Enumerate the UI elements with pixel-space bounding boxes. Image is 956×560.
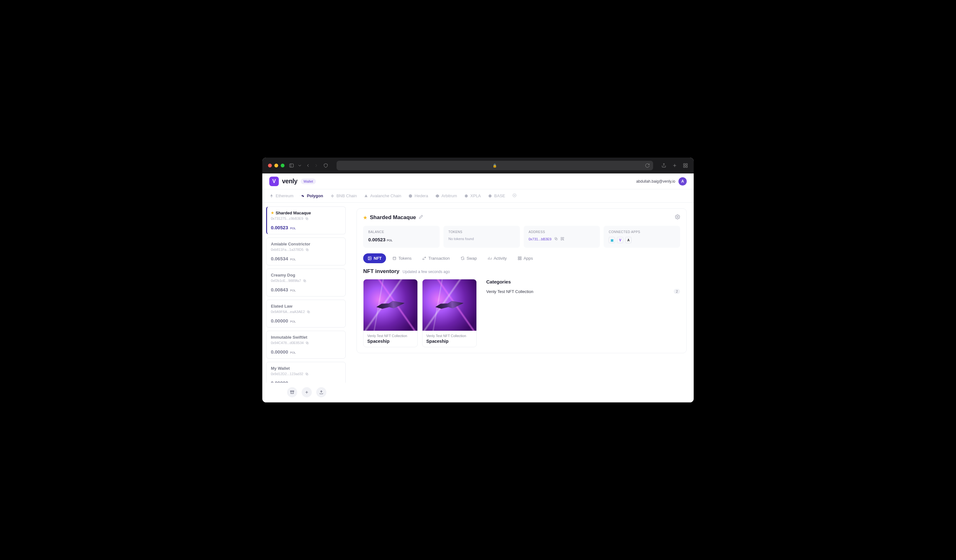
wallet-address: 0x94C478...d0E8534 [271,341,303,345]
stat-value: 0.00523 [368,237,385,242]
svg-point-41 [369,257,370,258]
tab-apps[interactable]: Apps [513,253,538,263]
copy-icon[interactable] [305,217,309,220]
polygon-icon [300,194,305,198]
wallet-card[interactable]: Immutable Swiftlet 0x94C478...d0E8534 0.… [266,331,346,359]
connected-app-icon[interactable]: V [617,237,623,243]
nav-back-button[interactable] [305,163,311,168]
category-row[interactable]: Venly Test NFT Collection 2 [486,289,680,294]
sidebar-toggle-icon[interactable] [289,163,294,168]
logo-icon: V [269,177,279,186]
svg-rect-0 [289,164,293,168]
chain-label: Ethereum [276,193,293,198]
reload-icon[interactable] [645,163,650,168]
stat-balance: BALANCE 0.00523 POL [363,226,440,248]
chain-label: Arbitrum [442,193,457,198]
tab-swap[interactable]: Swap [456,253,481,263]
svg-rect-52 [518,259,519,260]
tab-bar: NFT Tokens Transaction Swap Activity App… [363,253,680,263]
chain-bnb[interactable]: BNB Chain [330,193,357,198]
tabs-grid-icon[interactable] [683,163,688,168]
svg-rect-37 [561,239,562,240]
nft-card[interactable]: Venly Test NFT Collection Spaceship [363,279,418,347]
wallet-address: 0xb811Fa...1a378D5 [271,248,303,251]
brand-name: venly [282,177,297,185]
wallet-address: 0xf2b1cE...9889fa7 [271,279,301,282]
chevron-down-icon[interactable] [297,163,302,168]
star-icon: ★ [271,211,274,215]
shield-icon[interactable] [323,163,328,168]
tab-label: Tokens [398,256,411,260]
chain-polygon[interactable]: Polygon [300,193,323,198]
svg-rect-39 [563,240,564,240]
export-button[interactable] [316,387,326,397]
stat-tokens: TOKENS No tokens found [443,226,520,248]
brand[interactable]: V venly Wallet [269,177,316,186]
wallet-address: 0x9A9F6A...eaA3AE2 [271,310,305,314]
tab-transaction[interactable]: Transaction [418,253,454,263]
wallet-card[interactable]: Amiable Constrictor 0xb811Fa...1a378D5 0… [266,237,346,265]
tab-nft[interactable]: NFT [363,253,386,263]
browser-window: 🔒 V venly Wallet abdullah.baig@venly.io … [262,158,694,402]
base-icon [488,194,492,198]
nft-card[interactable]: Venly Test NFT Collection Spaceship [422,279,477,347]
wallet-name: Immutable Swiftlet [271,335,307,340]
stat-label: CONNECTED APPS [609,230,675,234]
new-tab-icon[interactable] [672,163,677,168]
stat-label: BALANCE [368,230,434,234]
stat-grid: BALANCE 0.00523 POL TOKENS No tokens fou… [363,226,680,248]
tab-tokens[interactable]: Tokens [388,253,416,263]
wallet-card[interactable]: My Wallet 0x9d12D2...123ad32 0.00000 POL [266,362,346,383]
add-wallet-button[interactable] [302,387,312,397]
svg-point-32 [677,216,678,218]
wallet-badge: Wallet [301,179,316,184]
copy-icon[interactable] [305,341,309,345]
wallet-card[interactable]: Elated Law 0x9A9F6A...eaA3AE2 0.00000 PO… [266,300,346,328]
lock-icon: 🔒 [492,164,497,168]
chain-base[interactable]: BASE [488,193,505,198]
maximize-window-button[interactable] [281,164,285,168]
svg-point-10 [465,195,467,197]
user-menu[interactable]: abdullah.baig@venly.io A [636,177,687,185]
wallet-card[interactable]: ★Sharded Macaque 0x731275...c9bB3E9 0.00… [266,206,346,234]
close-window-button[interactable] [268,164,272,168]
copy-icon[interactable] [305,248,309,251]
qr-icon[interactable] [560,237,564,241]
copy-icon[interactable] [307,310,310,314]
star-icon[interactable]: ★ [363,215,367,220]
titlebar: 🔒 [262,158,694,173]
archive-button[interactable] [287,387,297,397]
svg-rect-38 [563,239,563,240]
stat-connected-apps: CONNECTED APPS ▣ V A [604,226,680,248]
wallet-unit: POL [290,227,296,230]
copy-icon[interactable] [554,237,558,241]
user-email: abdullah.baig@venly.io [636,179,675,184]
chain-xpla[interactable]: XPLA [464,193,481,198]
wallet-balance: 0.00000 [271,318,288,323]
add-chain-button[interactable] [512,193,517,199]
svg-rect-35 [561,237,562,239]
share-icon[interactable] [661,163,667,168]
url-bar[interactable]: 🔒 [336,161,653,170]
connected-app-icon[interactable]: ▣ [609,237,615,243]
wallet-name: Elated Law [271,304,292,309]
edit-icon[interactable] [419,214,423,221]
tab-activity[interactable]: Activity [483,253,511,263]
chain-ethereum[interactable]: Ethereum [269,193,293,198]
wallet-list[interactable]: ★Sharded Macaque 0x731275...c9bB3E9 0.00… [266,206,347,383]
wallet-card[interactable]: Creamy Dog 0xf2b1cE...9889fa7 0.00843 PO… [266,268,346,296]
connected-app-icon[interactable]: A [625,237,632,243]
copy-icon[interactable] [305,372,309,376]
tab-label: Swap [467,256,477,260]
stat-label: TOKENS [448,230,515,234]
gear-icon[interactable] [675,214,680,221]
chain-hedera[interactable]: Hedera [408,193,428,198]
svg-point-9 [409,194,412,198]
minimize-window-button[interactable] [274,164,278,168]
nav-forward-button[interactable] [314,163,319,168]
chain-avalanche[interactable]: Avalanche Chain [364,193,401,198]
svg-rect-6 [686,164,687,165]
chain-arbitrum[interactable]: Arbitrum [435,193,457,198]
wallet-unit: POL [290,320,296,323]
copy-icon[interactable] [303,279,307,282]
